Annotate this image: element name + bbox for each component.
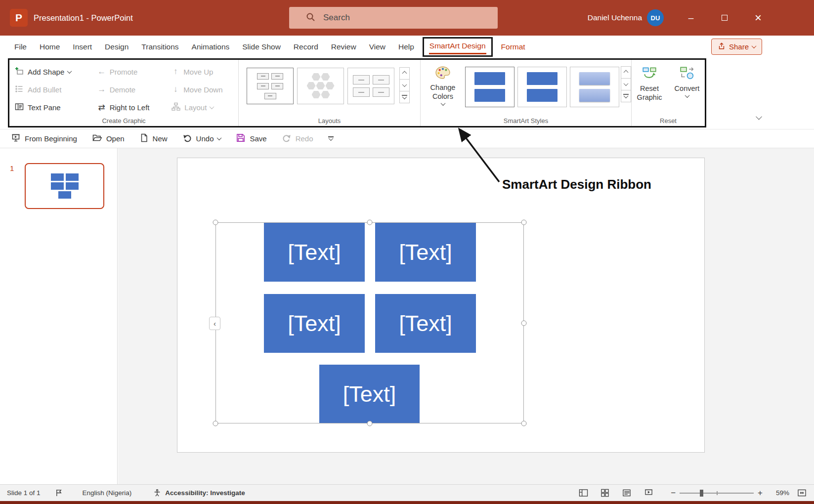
group-label-layouts: Layouts [239,117,420,125]
smartart-shape-text[interactable]: [Text] [399,240,452,265]
tab-view[interactable]: View [363,36,392,58]
from-beginning-button[interactable]: From Beginning [11,133,77,144]
ribbon-highlight-box: Add Shape Add Bullet Text Pane [8,58,706,127]
collapse-ribbon-button[interactable] [753,112,764,123]
slide-editing-surface[interactable]: [Text] [Text] [Text] [Text] [Text] [177,158,705,453]
group-label-create-graphic: Create Graphic [9,117,238,125]
customize-toolbar-button[interactable] [328,136,334,141]
tab-design[interactable]: Design [98,36,135,58]
reset-graphic-label: Reset Graphic [636,84,663,102]
zoom-out-button[interactable]: − [671,488,676,498]
normal-view-button[interactable] [576,485,591,501]
tab-slide-show[interactable]: Slide Show [236,36,287,58]
selection-handle-top-center[interactable] [367,220,373,225]
ribbon-tab-row: File Home Insert Design Transitions Anim… [0,36,814,58]
quick-access-toolbar: From Beginning Open New Undo Save Redo [0,129,814,148]
chevron-down-icon [752,43,757,48]
reset-graphic-icon [642,66,657,83]
save-button[interactable]: Save [236,133,266,144]
tab-format[interactable]: Format [495,36,532,58]
promote-icon: ← [97,67,106,77]
layout-thumbnail-org-chart[interactable] [247,68,294,104]
smartart-style-thumbnail-2[interactable] [517,67,567,107]
smartart-shape-text[interactable]: [Text] [288,311,341,336]
slide-thumbnail[interactable] [25,163,104,209]
selection-handle-top-right[interactable] [521,220,527,225]
layout-thumbnail-hexagons[interactable] [297,68,344,104]
tab-transitions[interactable]: Transitions [135,36,185,58]
change-colors-button[interactable]: Change Colors [424,63,462,107]
smartart-style-thumbnail-1[interactable] [465,67,514,107]
add-shape-button[interactable]: Add Shape [14,63,97,81]
smartart-shape-text[interactable]: [Text] [399,311,452,336]
tab-animations[interactable]: Animations [185,36,236,58]
tab-file[interactable]: File [8,36,33,58]
accessibility-status[interactable]: Accessibility: Investigate [165,489,245,497]
selection-handle-bottom-center[interactable] [367,421,373,426]
smartart-shape[interactable]: [Text] [375,294,476,353]
right-to-left-icon: ⇄ [97,102,106,113]
open-label: Open [106,134,125,143]
search-input[interactable]: Search [289,7,498,29]
tab-smartart-design[interactable]: SmartArt Design [423,37,493,57]
account-name[interactable]: Daniel Uchenna [588,0,642,36]
close-button[interactable]: × [750,0,767,36]
slide-sorter-view-button[interactable] [598,485,612,501]
tab-record[interactable]: Record [287,36,325,58]
layouts-scroll-up-button[interactable] [399,67,410,80]
smartart-shape[interactable]: [Text] [264,223,365,282]
picture-list-preview [353,75,389,97]
add-bullet-icon [14,84,24,95]
text-pane-button[interactable]: Text Pane [14,98,97,116]
selection-handle-bottom-left[interactable] [213,421,218,426]
smartart-shape-text[interactable]: [Text] [343,381,396,407]
maximize-button[interactable] [716,0,733,36]
styles-more-button[interactable] [621,90,631,102]
undo-icon [182,133,192,144]
move-down-button: ↓ Move Down [171,81,238,98]
move-down-label: Move Down [183,85,222,94]
new-button[interactable]: New [139,133,168,144]
avatar[interactable]: DU [647,9,664,26]
smartart-style-thumbnail-3[interactable] [570,67,619,107]
zoom-slider[interactable] [680,489,754,497]
save-icon [236,133,246,144]
slide-indicator: Slide 1 of 1 [7,489,41,497]
smartart-shape[interactable]: [Text] [264,294,365,353]
minimize-button[interactable]: – [683,0,699,36]
search-icon [306,12,315,24]
smartart-shape[interactable]: [Text] [319,365,420,423]
tab-home[interactable]: Home [33,36,66,58]
fit-slide-to-window-button[interactable] [794,485,809,501]
styles-scroll-down-button[interactable] [621,78,631,90]
smartart-shape[interactable]: [Text] [375,223,476,282]
layouts-more-button[interactable] [399,91,410,103]
convert-button[interactable]: Convert [669,63,705,102]
selection-handle-bottom-right[interactable] [521,421,527,426]
selection-handle-middle-right[interactable] [521,321,527,326]
right-to-left-button[interactable]: ⇄ Right to Left [97,98,171,116]
zoom-level[interactable]: 59% [771,489,789,497]
smartart-shape-text[interactable]: [Text] [288,240,341,265]
styles-scroll-up-button[interactable] [621,66,631,79]
accessibility-flag-icon[interactable] [55,489,63,497]
selection-handle-top-left[interactable] [213,220,218,225]
move-up-label: Move Up [183,68,213,76]
undo-button[interactable]: Undo [182,133,221,144]
add-bullet-label: Add Bullet [28,85,61,94]
layouts-scroll-down-button[interactable] [399,79,410,91]
open-button[interactable]: Open [92,133,125,144]
zoom-in-button[interactable]: + [758,488,763,498]
layout-thumbnail-picture-list[interactable] [347,68,394,104]
tab-review[interactable]: Review [325,36,363,58]
tab-help[interactable]: Help [392,36,421,58]
share-button[interactable]: Share [711,39,762,55]
text-pane-toggle-button[interactable]: ‹ [209,317,220,330]
zoom-slider-handle[interactable] [700,490,703,497]
reading-view-button[interactable] [619,485,634,501]
reset-graphic-button[interactable]: Reset Graphic [632,63,667,102]
language-status[interactable]: English (Nigeria) [83,489,132,497]
slideshow-view-button[interactable] [641,485,656,501]
tab-insert[interactable]: Insert [66,36,98,58]
move-down-icon: ↓ [171,84,180,94]
